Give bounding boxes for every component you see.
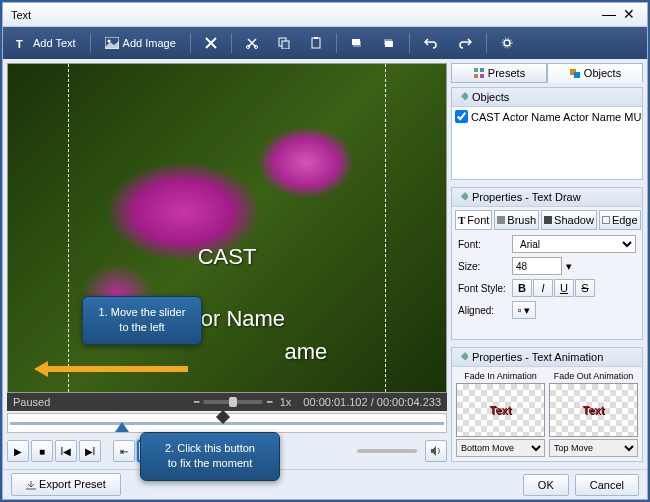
svg-rect-12: [385, 41, 393, 47]
tab-presets[interactable]: Presets: [451, 63, 547, 83]
add-image-button[interactable]: Add Image: [99, 34, 182, 52]
video-preview[interactable]: CAST Actor Name ame: [7, 63, 447, 393]
speed-slider[interactable]: ━ ━ 1x: [194, 396, 292, 408]
layer-up-button[interactable]: [345, 34, 369, 52]
svg-text:T: T: [16, 38, 23, 50]
ptab-brush[interactable]: Brush: [494, 210, 539, 230]
guide-left: [68, 64, 69, 392]
svg-rect-23: [461, 352, 468, 360]
footer: Export Preset OK Cancel: [3, 469, 647, 499]
tab-objects[interactable]: Objects: [547, 63, 643, 83]
fade-out-anim: Fade Out Animation Text Top Move: [549, 371, 638, 457]
svg-rect-22: [461, 192, 468, 200]
undo-button[interactable]: [418, 34, 444, 52]
undo-icon: [424, 37, 438, 49]
bold-button[interactable]: B: [512, 279, 532, 297]
copy-icon: [278, 37, 290, 49]
gear-icon: [501, 37, 513, 49]
delete-button[interactable]: [199, 34, 223, 52]
svg-rect-18: [480, 74, 484, 78]
timeline[interactable]: [7, 413, 447, 433]
redo-button[interactable]: [452, 34, 478, 52]
export-icon: [26, 481, 36, 491]
cut-button[interactable]: [240, 34, 264, 52]
objects-icon: [569, 67, 581, 79]
prev-frame-button[interactable]: I◀: [55, 440, 77, 462]
playback-state: Paused: [13, 396, 50, 408]
image-icon: [105, 37, 119, 49]
italic-button[interactable]: I: [533, 279, 553, 297]
toolbar: T Add Text Add Image: [3, 27, 647, 59]
volume-slider[interactable]: [357, 449, 417, 453]
next-frame-button[interactable]: ▶I: [79, 440, 101, 462]
diamond-icon: [458, 352, 468, 362]
fade-out-select[interactable]: Top Move: [549, 439, 638, 457]
svg-rect-17: [474, 74, 478, 78]
svg-rect-10: [352, 39, 360, 45]
svg-rect-6: [282, 41, 289, 49]
fade-in-anim: Fade In Animation Text Bottom Move: [456, 371, 545, 457]
text-draw-panel: Properties - Text Draw TFont Brush Shado…: [451, 187, 643, 340]
object-checkbox[interactable]: [455, 110, 468, 123]
ok-button[interactable]: OK: [523, 474, 569, 496]
text-anim-panel: Properties - Text Animation Fade In Anim…: [451, 347, 643, 462]
objects-panel: Objects CAST Actor Name Actor Name MUSIC…: [451, 87, 643, 180]
paste-button[interactable]: [304, 34, 328, 52]
stop-button[interactable]: ■: [31, 440, 53, 462]
presets-icon: [473, 67, 485, 79]
ptab-font[interactable]: TFont: [455, 210, 492, 230]
play-button[interactable]: ▶: [7, 440, 29, 462]
size-input[interactable]: [512, 257, 562, 275]
status-bar: Paused ━ ━ 1x 00:00:01.102 / 00:00:04.23…: [7, 393, 447, 411]
speaker-icon: [430, 445, 442, 457]
ptab-edge[interactable]: Edge: [599, 210, 641, 230]
underline-button[interactable]: U: [554, 279, 574, 297]
overlay-text-3[interactable]: ame: [284, 339, 327, 365]
window-title: Text: [11, 9, 599, 21]
minimize-button[interactable]: —: [599, 7, 619, 23]
align-button[interactable]: ▫ ▾: [512, 301, 536, 319]
fade-in-select[interactable]: Bottom Move: [456, 439, 545, 457]
export-preset-button[interactable]: Export Preset: [11, 473, 121, 495]
svg-rect-15: [474, 68, 478, 72]
object-item[interactable]: CAST Actor Name Actor Name MUSIC Music b…: [455, 110, 639, 123]
redo-icon: [458, 37, 472, 49]
ptab-shadow[interactable]: Shadow: [541, 210, 597, 230]
fade-out-preview[interactable]: Text: [549, 383, 638, 437]
layer-down-icon: [383, 37, 395, 49]
arrow-annotation: [34, 361, 188, 377]
cancel-button[interactable]: Cancel: [575, 474, 639, 496]
svg-rect-8: [314, 37, 318, 39]
fade-in-preview[interactable]: Text: [456, 383, 545, 437]
text-icon: T: [15, 36, 29, 50]
callout-1: 1. Move the slider to the left: [82, 296, 202, 345]
x-icon: [205, 37, 217, 49]
overlay-text-1[interactable]: CAST: [198, 244, 257, 270]
layer-up-icon: [351, 37, 363, 49]
add-text-button[interactable]: T Add Text: [9, 33, 82, 53]
svg-rect-21: [461, 92, 468, 100]
guide-right: [385, 64, 386, 392]
callout-2: 2. Click this button to fix the moment: [140, 432, 280, 481]
scissors-icon: [246, 37, 258, 49]
font-select[interactable]: Arial: [512, 235, 636, 253]
svg-rect-20: [574, 72, 580, 78]
settings-button[interactable]: [495, 34, 519, 52]
close-button[interactable]: ✕: [619, 7, 639, 23]
set-start-button[interactable]: ⇤: [113, 440, 135, 462]
volume-button[interactable]: [425, 440, 447, 462]
strike-button[interactable]: S: [575, 279, 595, 297]
preview-image: [8, 64, 446, 392]
svg-rect-7: [312, 38, 320, 48]
svg-rect-16: [480, 68, 484, 72]
paste-icon: [310, 37, 322, 49]
diamond-icon: [458, 192, 468, 202]
svg-point-13: [504, 40, 510, 46]
diamond-icon: [458, 92, 468, 102]
layer-down-button[interactable]: [377, 34, 401, 52]
copy-button[interactable]: [272, 34, 296, 52]
callout-2-pointer: [115, 422, 129, 432]
title-bar: Text — ✕: [3, 3, 647, 27]
